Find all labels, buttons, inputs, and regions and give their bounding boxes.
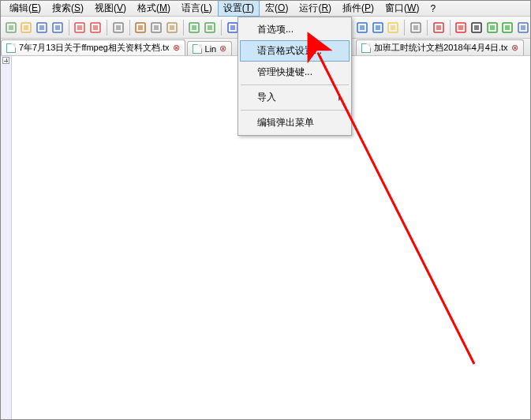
svg-rect-51 bbox=[474, 25, 479, 30]
open-file-button[interactable] bbox=[20, 21, 34, 35]
close-icon[interactable]: ⊗ bbox=[219, 43, 226, 54]
unfold-button[interactable] bbox=[387, 21, 401, 35]
svg-rect-25 bbox=[230, 25, 235, 30]
svg-rect-1 bbox=[9, 25, 13, 30]
file-tab-0[interactable]: 7年7月13日关于ffmpeg相关资料文档.tx⊗ bbox=[1, 39, 185, 55]
menu-t[interactable]: 设置(T) bbox=[218, 0, 260, 17]
copy-button[interactable] bbox=[149, 21, 163, 35]
undo-button[interactable] bbox=[188, 21, 202, 35]
toolbar-separator bbox=[450, 20, 451, 36]
svg-rect-49 bbox=[458, 25, 463, 30]
svg-rect-57 bbox=[521, 25, 525, 30]
tab-label: 加班工时统计文档2018年4月4日.tx bbox=[374, 42, 507, 54]
play-multi-button[interactable] bbox=[501, 21, 515, 35]
print-button[interactable] bbox=[111, 21, 125, 35]
editor-gutter bbox=[1, 56, 12, 419]
svg-rect-9 bbox=[77, 25, 82, 30]
toolbar-separator bbox=[404, 20, 405, 36]
menu-separator bbox=[241, 84, 349, 85]
svg-rect-43 bbox=[391, 25, 395, 30]
menu-r[interactable]: 运行(R) bbox=[294, 0, 337, 17]
menu-w[interactable]: 窗口(W) bbox=[380, 0, 424, 17]
svg-rect-53 bbox=[490, 25, 495, 30]
paste-button[interactable] bbox=[165, 21, 179, 35]
menu-bar: 编辑(E)搜索(S)视图(V)格式(M)语言(L)设置(T)宏(O)运行(R)插… bbox=[1, 1, 530, 17]
menu-v[interactable]: 视图(V) bbox=[89, 0, 132, 17]
tab-label: Lin bbox=[205, 44, 217, 54]
file-icon bbox=[361, 43, 371, 53]
menu-o[interactable]: 宏(O) bbox=[260, 0, 294, 17]
svg-rect-7 bbox=[55, 25, 60, 30]
svg-rect-17 bbox=[154, 25, 159, 30]
close-icon[interactable]: ⊗ bbox=[511, 43, 518, 53]
menu-s[interactable]: 搜索(S) bbox=[47, 0, 89, 17]
svg-rect-19 bbox=[170, 25, 174, 30]
menu-e[interactable]: 编辑(E) bbox=[4, 0, 47, 17]
save-button[interactable] bbox=[35, 21, 49, 35]
submenu-arrow-icon bbox=[338, 95, 345, 101]
svg-rect-11 bbox=[93, 25, 98, 30]
svg-rect-5 bbox=[39, 25, 44, 30]
fold-toggle-icon[interactable] bbox=[2, 57, 9, 64]
file-icon bbox=[193, 44, 202, 54]
svg-rect-13 bbox=[116, 25, 121, 30]
svg-rect-23 bbox=[208, 25, 212, 30]
hidden-button[interactable] bbox=[409, 21, 423, 35]
menu-item-6[interactable]: 编辑弹出菜单 bbox=[240, 112, 350, 133]
menu-m[interactable]: 格式(M) bbox=[132, 0, 176, 17]
menu-p[interactable]: 插件(P) bbox=[337, 0, 380, 17]
svg-rect-21 bbox=[192, 25, 196, 30]
record-macro-button[interactable] bbox=[454, 21, 469, 35]
menu-item-1[interactable]: 语言格式设置... bbox=[240, 40, 350, 62]
redo-button[interactable] bbox=[203, 21, 217, 35]
tab-label: 7年7月13日关于ffmpeg相关资料文档.tx bbox=[19, 42, 170, 54]
close-icon[interactable]: ⊗ bbox=[173, 43, 180, 53]
save-all-button[interactable] bbox=[50, 21, 65, 35]
toolbar-separator bbox=[221, 20, 222, 36]
cut-button[interactable] bbox=[134, 21, 148, 35]
file-tab-2[interactable]: 加班工时统计文档2018年4月4日.tx⊗ bbox=[356, 39, 523, 55]
stop-macro-button[interactable] bbox=[469, 21, 484, 35]
toolbar-separator bbox=[107, 20, 107, 36]
fold-button[interactable] bbox=[371, 21, 385, 35]
menu-item-4[interactable]: 导入 bbox=[240, 87, 350, 108]
settings-dropdown-menu: 首选项...语言格式设置...管理快捷键...导入编辑弹出菜单 bbox=[237, 17, 352, 136]
svg-rect-15 bbox=[138, 25, 143, 30]
play-macro-button[interactable] bbox=[485, 21, 499, 35]
menu-item-2[interactable]: 管理快捷键... bbox=[240, 62, 350, 83]
toolbar-separator bbox=[183, 20, 184, 36]
menu-l[interactable]: 语言(L) bbox=[176, 0, 218, 17]
file-icon bbox=[6, 43, 16, 53]
menu-separator bbox=[241, 110, 349, 111]
file-tab-1[interactable]: Lin⊗ bbox=[187, 41, 233, 55]
svg-rect-3 bbox=[24, 25, 28, 30]
save-macro-button[interactable] bbox=[516, 21, 530, 35]
svg-rect-41 bbox=[376, 25, 380, 30]
svg-rect-45 bbox=[413, 25, 418, 30]
doc-list-button[interactable] bbox=[432, 21, 446, 35]
menu-help[interactable]: ? bbox=[424, 2, 441, 16]
toolbar-separator bbox=[69, 20, 69, 36]
svg-rect-39 bbox=[360, 25, 365, 30]
close-all-button[interactable] bbox=[88, 21, 103, 35]
new-file-button[interactable] bbox=[4, 21, 18, 35]
toolbar-separator bbox=[129, 20, 130, 36]
toolbar-separator bbox=[427, 20, 428, 36]
svg-rect-55 bbox=[505, 25, 510, 30]
indent-guide-button[interactable] bbox=[355, 21, 369, 35]
svg-rect-47 bbox=[436, 25, 441, 30]
menu-item-0[interactable]: 首选项... bbox=[240, 19, 350, 40]
close-button[interactable] bbox=[73, 21, 88, 35]
